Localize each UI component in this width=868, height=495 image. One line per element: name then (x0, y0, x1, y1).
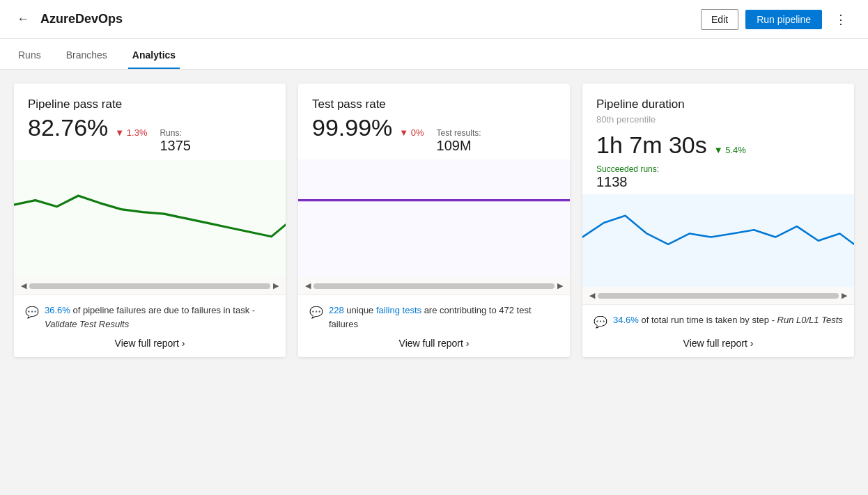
card-title-pipeline-pass-rate: Pipeline pass rate (28, 97, 272, 111)
scrollbar-pipeline: ◀ ▶ (14, 277, 286, 294)
main-content: Pipeline pass rate 82.76% ▼ 1.3% Runs: 1… (0, 70, 868, 371)
scrollbar-test: ◀ ▶ (298, 277, 570, 294)
scroll-left-pipeline[interactable]: ◀ (21, 281, 26, 290)
tab-runs[interactable]: Runs (14, 42, 45, 69)
tab-analytics[interactable]: Analytics (128, 42, 180, 69)
insight-icon-test: 💬 (309, 304, 323, 321)
metric-delta-pipeline: ▼ 1.3% (115, 127, 147, 138)
view-report-test[interactable]: View full report › (309, 338, 559, 349)
insight-test: 💬 228 unique failing tests are contribut… (309, 304, 559, 331)
card-footer-test: 💬 228 unique failing tests are contribut… (298, 294, 570, 357)
insight-duration: 💬 34.6% of total run time is taken by st… (594, 313, 843, 331)
scroll-right-test[interactable]: ▶ (557, 281, 563, 290)
metric-side-duration: Succeeded runs: 1138 (596, 164, 840, 190)
run-pipeline-button[interactable]: Run pipeline (745, 10, 822, 29)
metric-side-pipeline: Runs: 1375 (160, 128, 191, 154)
test-pass-rate-card: Test pass rate 99.99% ▼ 0% Test results:… (298, 84, 570, 357)
card-subtitle-duration: 80th percentile (596, 114, 840, 125)
metric-value-duration: 1h 7m 30s (596, 132, 707, 159)
app-title: AzureDevOps (40, 12, 123, 26)
more-options-button[interactable]: ⋮ (829, 9, 854, 30)
metric-row-duration: 1h 7m 30s ▼ 5.4% (596, 132, 840, 159)
header-left: ← AzureDevOps (14, 9, 701, 29)
back-button[interactable]: ← (14, 9, 32, 29)
view-report-duration[interactable]: View full report › (594, 338, 843, 349)
scroll-left-test[interactable]: ◀ (305, 281, 311, 290)
scroll-right-pipeline[interactable]: ▶ (273, 281, 279, 290)
metric-row-test: 99.99% ▼ 0% Test results: 109M (312, 114, 556, 154)
scroll-track-pipeline[interactable] (29, 283, 270, 289)
edit-button[interactable]: Edit (701, 9, 738, 30)
card-footer-duration: 💬 34.6% of total run time is taken by st… (582, 304, 854, 357)
scroll-left-duration[interactable]: ◀ (589, 291, 595, 300)
scroll-right-duration[interactable]: ▶ (842, 291, 847, 300)
metric-value-pipeline: 82.76% (28, 114, 108, 141)
nav-tabs: Runs Branches Analytics (0, 39, 868, 70)
metric-delta-duration: ▼ 5.4% (714, 145, 746, 155)
scroll-track-duration[interactable] (598, 293, 839, 299)
scrollbar-duration: ◀ ▶ (582, 287, 854, 304)
svg-rect-1 (298, 159, 570, 277)
insight-icon-duration: 💬 (594, 314, 607, 331)
chart-pipeline-pass-rate (14, 159, 286, 277)
svg-rect-0 (14, 159, 286, 277)
pipeline-duration-card: Pipeline duration 80th percentile 1h 7m … (582, 84, 854, 357)
view-report-pipeline[interactable]: View full report › (25, 338, 274, 349)
scroll-track-test[interactable] (313, 283, 555, 289)
metric-value-test: 99.99% (312, 114, 392, 141)
chart-duration (582, 194, 854, 287)
metric-delta-test: ▼ 0% (399, 127, 424, 138)
card-title-test-pass-rate: Test pass rate (312, 97, 556, 111)
chart-test-pass-rate (298, 159, 570, 277)
pipeline-pass-rate-card: Pipeline pass rate 82.76% ▼ 1.3% Runs: 1… (14, 84, 286, 357)
svg-rect-3 (582, 194, 854, 287)
insight-pipeline: 💬 36.6% of pipeline failures are due to … (25, 304, 274, 331)
header: ← AzureDevOps Edit Run pipeline ⋮ (0, 0, 868, 39)
tab-branches[interactable]: Branches (62, 42, 111, 69)
card-title-duration: Pipeline duration (596, 97, 840, 111)
card-footer-pipeline: 💬 36.6% of pipeline failures are due to … (14, 294, 286, 357)
metric-side-test: Test results: 109M (437, 128, 481, 154)
insight-icon-pipeline: 💬 (25, 304, 39, 321)
metric-row-pipeline: 82.76% ▼ 1.3% Runs: 1375 (28, 114, 272, 154)
header-right: Edit Run pipeline ⋮ (701, 9, 854, 30)
